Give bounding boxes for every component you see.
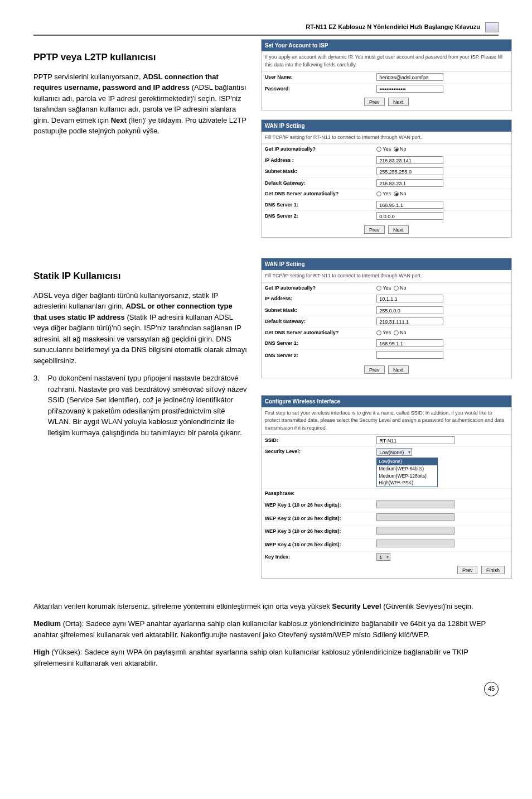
- input-ip-addr[interactable]: 216.83.23.141: [376, 156, 443, 164]
- input-ip-addr[interactable]: 10.1.1.1: [376, 295, 443, 302]
- prev-button[interactable]: Prev: [364, 365, 385, 374]
- page-header: RT-N11 EZ Kablosuz N Yönlendirici Hızlı …: [33, 22, 499, 36]
- panel-set-account-isp: Set Your Account to ISP If you apply an …: [261, 39, 512, 110]
- radio-no-icon[interactable]: [394, 286, 399, 291]
- lbl-dns2: DNS Server 2:: [265, 213, 377, 220]
- next-button[interactable]: Next: [388, 225, 409, 234]
- header-title: RT-N11 EZ Kablosuz N Yönlendirici Hızlı …: [306, 23, 480, 30]
- radio-get-ip-auto[interactable]: Yes No: [376, 285, 508, 292]
- radio-yes-icon[interactable]: [376, 191, 381, 196]
- panel-desc-wan2: Fill TCP/IP setting for RT-N11 to connec…: [262, 270, 511, 283]
- panel-configure-wireless: Configure Wireless Interface First step …: [261, 395, 512, 579]
- input-username[interactable]: heri036@adsl.comfort: [376, 73, 443, 81]
- section-static-paragraph: ADSL veya diğer bağlantı türünü kullanıy…: [33, 290, 248, 367]
- next-button[interactable]: Next: [388, 365, 409, 374]
- dropdown-option[interactable]: Medium(WEP-128bits): [377, 473, 437, 480]
- finish-button[interactable]: Finish: [481, 566, 505, 574]
- panel-desc-isp: If you apply an account with dynamic IP.…: [262, 51, 511, 71]
- dropdown-option[interactable]: Low(None): [377, 458, 437, 465]
- radio-yes-icon[interactable]: [376, 330, 381, 335]
- lbl-ip-addr: IP Address :: [265, 157, 377, 165]
- input-dns1[interactable]: 168.95.1.1: [376, 201, 443, 209]
- radio-yes-icon[interactable]: [376, 147, 381, 152]
- page-number-value: 45: [484, 682, 499, 696]
- lbl-wep2: WEP Key 2 (10 or 26 hex digits):: [265, 515, 377, 523]
- input-dns1[interactable]: 168.95.1.1: [376, 339, 443, 347]
- lbl-gateway: Default Gateway:: [265, 318, 377, 326]
- bottom-p2: Medium (Orta): Sadece aynı WEP anahtar a…: [33, 618, 499, 640]
- input-gateway[interactable]: 219.31.111.1: [376, 317, 443, 325]
- prev-button[interactable]: Prev: [364, 98, 385, 106]
- bold-medium: Medium: [33, 619, 61, 628]
- panel-desc-wan1: Fill TCP/IP setting for RT-N11 to connec…: [262, 132, 511, 145]
- list-number: 3.: [33, 373, 46, 384]
- lbl-key-index: Key Index:: [265, 553, 377, 561]
- input-ssid[interactable]: RT-N11: [376, 436, 454, 444]
- panel-head-wifi: Configure Wireless Interface: [262, 396, 511, 407]
- list-item-3: 3. Po dokončení nastavení typu připojení…: [33, 373, 248, 438]
- bold-adsl-static: ADSL or other connection type that uses …: [33, 302, 233, 321]
- lbl-ip-addr: IP Address:: [265, 295, 377, 303]
- panel-desc-wifi: First step to set your wireless interfac…: [262, 407, 511, 435]
- input-wep4[interactable]: [376, 540, 454, 547]
- lbl-password: Password:: [265, 85, 377, 93]
- dropdown-option[interactable]: Medium(WEP-64bits): [377, 465, 437, 473]
- prev-button[interactable]: Prev: [457, 566, 478, 574]
- bottom-p1: Aktarılan verileri korumak isterseniz, ş…: [33, 601, 499, 612]
- input-password[interactable]: •••••••••••••••: [376, 85, 443, 93]
- radio-no-icon[interactable]: [394, 330, 399, 335]
- lbl-username: User Name:: [265, 74, 377, 81]
- panel-wan-ip-1: WAN IP Setting Fill TCP/IP setting for R…: [261, 119, 512, 238]
- section-pptp-paragraph: PPTP servislerini kullanıyorsanız, ADSL …: [33, 71, 248, 137]
- lbl-subnet: Subnet Mask:: [265, 168, 377, 176]
- input-wep3[interactable]: [376, 527, 454, 535]
- radio-no-icon[interactable]: [394, 191, 399, 196]
- input-subnet[interactable]: 255.0.0.0: [376, 306, 443, 314]
- list-body: Po dokončení nastavení typu připojení na…: [48, 373, 248, 438]
- input-dns2[interactable]: [376, 351, 443, 359]
- bold-adsl-conn: ADSL connection that requires username, …: [33, 73, 219, 92]
- select-security-level[interactable]: Low(None): [376, 448, 412, 456]
- bold-security-level: Security Level: [332, 602, 381, 610]
- lbl-passphrase: Passphrase:: [265, 490, 377, 498]
- radio-yes-icon[interactable]: [376, 286, 381, 291]
- bold-next: Next: [111, 116, 127, 124]
- radio-get-ip-auto[interactable]: Yes No: [376, 146, 508, 153]
- bold-high: High: [33, 648, 50, 656]
- input-wep2[interactable]: [376, 513, 454, 521]
- lbl-get-ip-auto: Get IP automatically?: [265, 285, 377, 292]
- input-wep1[interactable]: [376, 500, 454, 508]
- lbl-wep3: WEP Key 3 (10 or 26 hex digits):: [265, 528, 377, 536]
- radio-get-dns-auto[interactable]: Yes No: [376, 329, 508, 337]
- next-button[interactable]: Next: [388, 98, 409, 106]
- panel-wan-ip-2: WAN IP Setting Fill TCP/IP setting for R…: [261, 258, 512, 378]
- prev-button[interactable]: Prev: [364, 225, 385, 234]
- panel-head-wan2: WAN IP Setting: [262, 258, 511, 270]
- lbl-get-dns-auto: Get DNS Server automatically?: [265, 329, 377, 337]
- lbl-gateway: Default Gateway:: [265, 180, 377, 187]
- panel-head-isp: Set Your Account to ISP: [262, 40, 511, 51]
- lbl-subnet: Subnet Mask:: [265, 307, 377, 315]
- select-key-index[interactable]: 1: [376, 553, 390, 561]
- lbl-get-dns-auto: Get DNS Server automatically?: [265, 190, 377, 198]
- router-icon: [485, 22, 499, 32]
- lbl-get-ip-auto: Get IP automatically?: [265, 146, 377, 153]
- dropdown-security-options[interactable]: Low(None) Medium(WEP-64bits) Medium(WEP-…: [376, 458, 438, 487]
- lbl-wep1: WEP Key 1 (10 or 26 hex digits):: [265, 502, 377, 509]
- dropdown-option[interactable]: High(WPA-PSK): [377, 479, 437, 487]
- input-subnet[interactable]: 255.255.255.0: [376, 167, 443, 175]
- radio-get-dns-auto[interactable]: Yes No: [376, 190, 508, 198]
- lbl-security-level: Security Level:: [265, 448, 377, 456]
- bottom-p3: High (Yüksek): Sadece aynı WPA ön paylaş…: [33, 647, 499, 668]
- panel-head-wan1: WAN IP Setting: [262, 120, 511, 132]
- bottom-text-block: Aktarılan verileri korumak isterseniz, ş…: [33, 601, 499, 669]
- radio-no-icon[interactable]: [394, 147, 399, 152]
- lbl-wep4: WEP Key 4 (10 or 26 hex digits):: [265, 541, 377, 549]
- lbl-dns1: DNS Server 1:: [265, 201, 377, 209]
- page-number: 45: [33, 682, 499, 696]
- section-heading-static: Statik IP Kullanıcısı: [33, 269, 248, 283]
- section-heading-pptp: PPTP veya L2TP kullanıcısı: [33, 50, 248, 65]
- input-dns2[interactable]: 0.0.0.0: [376, 212, 443, 220]
- lbl-dns2: DNS Server 2:: [265, 352, 377, 360]
- input-gateway[interactable]: 216.83.23.1: [376, 179, 443, 187]
